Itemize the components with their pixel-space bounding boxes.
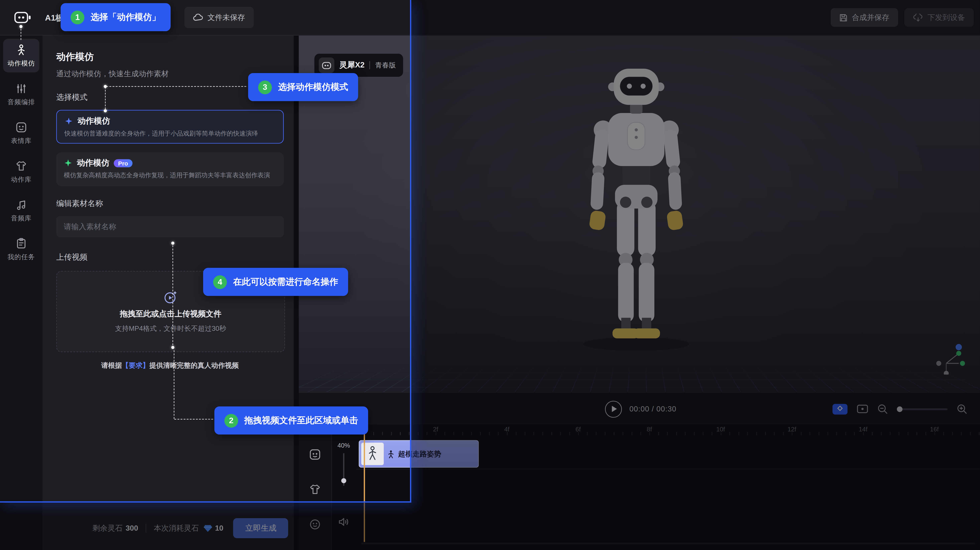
name-section-label: 编辑素材名称 — [56, 198, 103, 209]
tour-step-4: 4 在此可以按需进行命名操作 — [203, 268, 348, 296]
requirements-link[interactable]: 【要求】 — [122, 361, 150, 369]
ruler-label: 16f — [930, 426, 939, 433]
chip-divider — [369, 61, 370, 69]
dropzone-hint: 支持MP4格式，文件时长不超过30秒 — [115, 324, 226, 333]
tour-step-number: 3 — [258, 80, 272, 94]
ruler-label: 12f — [788, 426, 796, 433]
play-button[interactable] — [605, 401, 622, 417]
sparkle-icon — [64, 159, 73, 167]
cloud-icon — [193, 14, 203, 21]
sidebar-item-motion-library[interactable]: 动作库 — [3, 155, 39, 189]
mode-card-pro[interactable]: 动作模仿 Pro 模仿复杂高精度高动态全身动作复现，适用于舞蹈功夫等丰富表达创作… — [56, 152, 284, 186]
tour-step-text: 选择动作模仿模式 — [278, 81, 348, 93]
dropzone-title: 拖拽至此或点击上传视频文件 — [120, 309, 221, 320]
my-tasks-icon — [15, 237, 27, 250]
panel-title: 动作模仿 — [56, 51, 94, 63]
zoom-in-icon[interactable] — [957, 404, 967, 414]
track-zoom-knob[interactable] — [341, 478, 346, 483]
gem-icon — [203, 524, 213, 532]
save-button[interactable]: 合成并保存 — [830, 8, 898, 27]
tour-connector-line — [174, 419, 213, 420]
ruler-label: 4f — [504, 426, 509, 433]
ruler-label: 2f — [433, 426, 438, 433]
marker-icon[interactable] — [857, 404, 868, 413]
speaker-icon[interactable] — [338, 517, 349, 527]
tour-connector-dot — [171, 346, 174, 349]
note-suffix: 提供清晰完整的真人动作视频 — [150, 361, 239, 369]
save-icon — [839, 13, 848, 22]
model-edition: 青春版 — [375, 60, 396, 70]
timeline-zoom-knob[interactable] — [897, 406, 902, 412]
sidebar-item-audio-library[interactable]: 音频库 — [3, 193, 39, 227]
ruler-ticks — [364, 432, 980, 435]
mode-card-standard[interactable]: 动作模仿 快速模仿普通难度的全身动作，适用于小品戏剧等简单动作的快速演绎 — [56, 110, 284, 144]
save-label: 合成并保存 — [852, 12, 889, 23]
tour-connector-line — [105, 87, 106, 109]
app-root: 灵犀X2 青春版 00:00 / 00:30 — [0, 0, 980, 550]
tour-step-2: 2 拖拽视频文件至此区域或单击 — [214, 406, 368, 434]
upload-video-icon — [163, 290, 178, 304]
timeline-clip[interactable]: 超模走路姿势 — [359, 440, 479, 468]
playhead[interactable] — [364, 425, 365, 542]
sidebar-item-audio-arrange[interactable]: 音频编排 — [3, 78, 39, 111]
play-icon — [612, 406, 617, 412]
file-status-label: 文件未保存 — [208, 12, 245, 23]
panel-subtitle: 通过动作模仿，快速生成动作素材 — [56, 69, 169, 79]
tour-step-text: 在此可以按需进行命名操作 — [233, 276, 338, 287]
sidebar-item-label: 动作库 — [11, 176, 32, 184]
tour-step-text: 选择「动作模仿」 — [91, 11, 161, 23]
timeline-tracks: 2f 4f 6f 8f 10f 12f 14f 16f 超模走路姿势 — [356, 425, 980, 550]
ruler-label: 8f — [647, 426, 652, 433]
model-name: 灵犀X2 — [339, 60, 364, 70]
motion-imitation-icon — [15, 44, 27, 56]
generate-label: 立即生成 — [245, 523, 277, 533]
file-status-button[interactable]: 文件未保存 — [185, 7, 254, 28]
timeline-ruler[interactable]: 2f 4f 6f 8f 10f 12f 14f 16f — [356, 425, 980, 436]
mode-desc: 快速模仿普通难度的全身动作，适用于小品戏剧等简单动作的快速演绎 — [64, 129, 276, 138]
mode-desc: 模仿复杂高精度高动态全身动作复现，适用于舞蹈功夫等丰富表达创作表演 — [64, 171, 276, 180]
track-height-rail: 40% — [331, 425, 356, 550]
sparkle-icon — [64, 117, 73, 125]
deploy-label: 下发到设备 — [928, 12, 965, 23]
generate-button[interactable]: 立即生成 — [233, 518, 288, 538]
time-display: 00:00 / 00:30 — [629, 404, 676, 413]
mode-name: 动作模仿 — [77, 157, 110, 168]
motion-library-icon — [15, 160, 27, 173]
auto-keyframe-button[interactable] — [832, 404, 848, 414]
zoom-out-icon[interactable] — [878, 404, 888, 414]
track-zoom-slider[interactable] — [343, 453, 344, 486]
sidebar-item-label: 表情库 — [11, 137, 32, 146]
generate-bar: 剩余灵石 300 本次消耗灵石 10 立即生成 — [43, 506, 294, 550]
tour-step-number: 2 — [224, 414, 238, 428]
audio-track-icon[interactable] — [309, 518, 321, 531]
tour-connector-line — [174, 350, 174, 419]
viewport-3d[interactable]: 灵犀X2 青春版 — [299, 35, 980, 392]
sidebar-item-label: 音频编排 — [8, 98, 35, 107]
sidebar-item-expression-library[interactable]: 表情库 — [3, 116, 39, 150]
sidebar-item-label: 我的任务 — [8, 253, 35, 262]
tour-connector-line — [173, 246, 173, 345]
app-logo — [14, 10, 31, 25]
tour-step-number: 1 — [71, 10, 84, 24]
expression-track-icon[interactable] — [309, 448, 321, 461]
tour-connector-dot — [104, 109, 107, 113]
tour-step-1: 1 选择「动作模仿」 — [60, 3, 170, 31]
material-name-input[interactable] — [56, 216, 284, 237]
sidebar-item-motion-imitation[interactable]: 动作模仿 — [3, 39, 39, 73]
audio-arrange-icon — [15, 82, 27, 95]
ruler-label: 14f — [859, 426, 867, 433]
remaining-label: 剩余灵石 — [92, 523, 123, 533]
cost-label: 本次消耗灵石 — [154, 523, 199, 533]
timeline: 40% 2f 4f 6f 8f 10f 12f 14f 16f — [299, 425, 980, 550]
deploy-button[interactable]: 下发到设备 — [904, 8, 974, 27]
pro-badge: Pro — [114, 159, 132, 167]
orientation-gizmo[interactable] — [935, 342, 967, 375]
track-type-rail — [299, 425, 332, 550]
motion-track-icon[interactable] — [309, 483, 321, 496]
remaining-value: 300 — [126, 524, 138, 533]
timeline-scrollbar[interactable] — [361, 543, 975, 544]
sidebar-item-my-tasks[interactable]: 我的任务 — [3, 232, 39, 266]
motion-track-lane: 超模走路姿势 — [356, 440, 980, 469]
timeline-zoom-slider[interactable] — [897, 408, 947, 410]
clip-motion-icon — [388, 450, 394, 458]
